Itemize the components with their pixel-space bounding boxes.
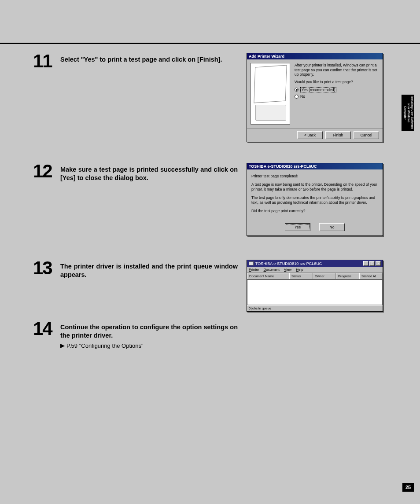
window-title: TOSHIBA e-STUDIO810 srs-PCL6UC bbox=[255, 261, 322, 266]
dialog-text: The test page briefly demonstrates the p… bbox=[251, 195, 378, 205]
col-owner[interactable]: Owner bbox=[313, 273, 336, 279]
col-document-name[interactable]: Document Name bbox=[247, 273, 289, 279]
menu-help[interactable]: Help bbox=[296, 268, 303, 272]
page-header bbox=[0, 0, 420, 44]
radio-no-label: No bbox=[300, 94, 305, 99]
radio-dot-icon bbox=[295, 88, 298, 92]
radio-yes-label: Yes (recommended) bbox=[300, 87, 336, 93]
add-printer-wizard-dialog: Add Printer Wizard After your printer is… bbox=[247, 53, 383, 142]
dialog-title: Add Printer Wizard bbox=[247, 53, 383, 59]
cancel-button[interactable]: Cancel bbox=[354, 131, 379, 139]
col-progress[interactable]: Progress bbox=[336, 273, 359, 279]
col-started-at[interactable]: Started At bbox=[359, 273, 383, 279]
status-bar: 0 jobs in queue bbox=[247, 305, 383, 311]
back-button[interactable]: < Back bbox=[297, 131, 323, 139]
step-text: The printer driver is installed and the … bbox=[60, 260, 238, 279]
maximize-icon[interactable]: □ bbox=[369, 261, 375, 266]
print-queue-window: TOSHIBA e-STUDIO810 srs-PCL6UC _ □ × Pri… bbox=[247, 260, 383, 312]
close-icon[interactable]: × bbox=[376, 261, 381, 266]
menu-view[interactable]: View bbox=[284, 268, 291, 272]
step-text: Make sure a test page is printed success… bbox=[60, 163, 238, 182]
wizard-text: After your printer is installed, Windows… bbox=[295, 63, 379, 77]
menu-bar: Printer Document View Help bbox=[247, 267, 383, 273]
test-page-dialog: TOSHIBA e-STUDIO810 srs-PCL6UC Printer t… bbox=[247, 163, 383, 236]
dialog-title: TOSHIBA e-STUDIO810 srs-PCL6UC bbox=[247, 163, 383, 169]
dialog-prompt: Did the test page print correctly? bbox=[251, 209, 378, 213]
no-button[interactable]: No bbox=[319, 223, 345, 231]
step-number: 12 bbox=[33, 163, 56, 180]
reference-arrow-icon bbox=[60, 344, 65, 348]
col-status[interactable]: Status bbox=[289, 273, 313, 279]
printer-icon bbox=[249, 261, 254, 265]
yes-button[interactable]: Yes bbox=[285, 223, 310, 231]
dialog-heading: Printer test page completed! bbox=[251, 174, 378, 179]
wizard-prompt: Would you like to print a test page? bbox=[295, 80, 379, 85]
finish-button[interactable]: Finish bbox=[325, 131, 351, 139]
minimize-icon[interactable]: _ bbox=[363, 261, 368, 266]
menu-document[interactable]: Document bbox=[264, 268, 280, 272]
step-text: Select "Yes" to print a test page and cl… bbox=[60, 53, 222, 64]
menu-printer[interactable]: Printer bbox=[249, 268, 259, 272]
dialog-text: A test page is now being sent to the pri… bbox=[251, 182, 378, 192]
step-number: 11 bbox=[33, 53, 56, 70]
job-list bbox=[247, 280, 383, 305]
radio-dot-icon bbox=[295, 95, 298, 99]
wizard-illustration bbox=[251, 63, 290, 125]
step-reference: P.59 "Configuring the Options" bbox=[60, 342, 238, 349]
step-number: 14 bbox=[33, 320, 56, 337]
radio-yes[interactable]: Yes (recommended) bbox=[295, 87, 379, 93]
step-text: Continue the operation to configure the … bbox=[60, 320, 238, 340]
radio-no[interactable]: No bbox=[295, 94, 379, 99]
page-number: 25 bbox=[402, 483, 414, 492]
section-tab: Installing User Software on a Windows Co… bbox=[402, 95, 414, 131]
column-headers: Document Name Status Owner Progress Star… bbox=[247, 273, 383, 280]
step-number: 13 bbox=[33, 260, 56, 276]
content-area: 11 Select "Yes" to print a test page and… bbox=[33, 53, 394, 469]
